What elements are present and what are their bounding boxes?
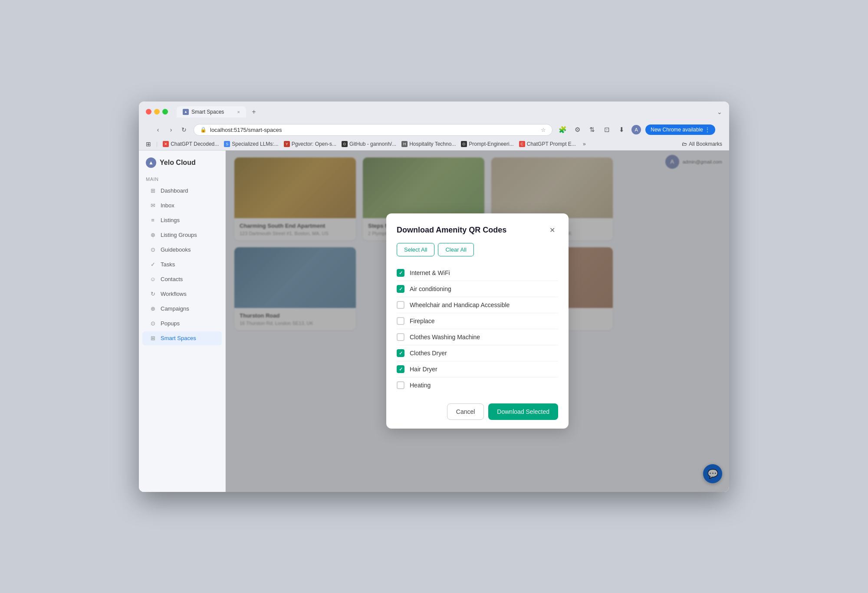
main-area: Charming South End Apartment 123 Dartmou… bbox=[226, 151, 729, 492]
amenity-item-internet[interactable]: Internet & WiFi bbox=[397, 265, 558, 281]
sidebar-item-popups[interactable]: ⊙ Popups bbox=[142, 317, 222, 331]
amenity-label-clothes-dryer: Clothes Dryer bbox=[410, 350, 447, 357]
profile-icon[interactable]: A bbox=[631, 124, 642, 135]
bookmark-favicon: C bbox=[519, 141, 525, 147]
grid-icon[interactable]: ⊞ bbox=[146, 141, 151, 147]
app-content: ▲ Yelo Cloud Main ⊞ Dashboard ✉ Inbox ≡ … bbox=[139, 151, 729, 492]
clear-all-button[interactable]: Clear All bbox=[438, 243, 473, 256]
amenity-item-clothes-dryer[interactable]: Clothes Dryer bbox=[397, 345, 558, 361]
minimize-window-button[interactable] bbox=[154, 109, 160, 115]
bookmark-chatgpt-decoded[interactable]: ✕ ChatGPT Decoded... bbox=[163, 141, 219, 147]
sidebar-item-dashboard[interactable]: ⊞ Dashboard bbox=[142, 184, 222, 198]
tab-close-button[interactable]: × bbox=[237, 109, 240, 115]
window-chevron: ⌄ bbox=[717, 108, 722, 115]
sidebar-item-inbox[interactable]: ✉ Inbox bbox=[142, 199, 222, 213]
amenity-checkbox-internet[interactable] bbox=[397, 269, 404, 277]
sidebar-item-guidebooks[interactable]: ⊙ Guidebooks bbox=[142, 243, 222, 257]
sidebar-item-campaigns[interactable]: ⊕ Campaigns bbox=[142, 302, 222, 316]
amenity-checkbox-clothes-washing[interactable] bbox=[397, 333, 404, 341]
amenity-checkbox-fireplace[interactable] bbox=[397, 317, 404, 325]
new-chrome-button[interactable]: New Chrome available ⋮ bbox=[645, 124, 715, 135]
new-chrome-label: New Chrome available bbox=[651, 127, 703, 133]
maximize-window-button[interactable] bbox=[162, 109, 168, 115]
bookmark-hospitality[interactable]: H Hospitality Techno... bbox=[401, 141, 456, 147]
amenity-item-heating[interactable]: Heating bbox=[397, 377, 558, 393]
amenity-checkbox-clothes-dryer[interactable] bbox=[397, 349, 404, 357]
cancel-button[interactable]: Cancel bbox=[447, 403, 484, 420]
url-bar-icons-right: ☆ bbox=[541, 127, 546, 133]
sidebar-item-workflows[interactable]: ↻ Workflows bbox=[142, 287, 222, 301]
url-text: localhost:5175/smart-spaces bbox=[210, 127, 282, 133]
bookmarks-folder-button[interactable]: 🗁 All Bookmarks bbox=[682, 141, 722, 147]
amenity-item-fireplace[interactable]: Fireplace bbox=[397, 313, 558, 329]
amenity-item-hair-dryer[interactable]: Hair Dryer bbox=[397, 361, 558, 377]
arrows-icon[interactable]: ⇅ bbox=[586, 124, 598, 135]
bookmark-star-icon[interactable]: ☆ bbox=[541, 127, 546, 133]
bookmark-specialized-llms[interactable]: S Specialized LLMs:... bbox=[224, 141, 278, 147]
bookmark-label: GitHub - gannonh/... bbox=[349, 141, 396, 147]
bookmark-label: Pgvector: Open-s... bbox=[292, 141, 336, 147]
tab-favicon: ▲ bbox=[183, 109, 189, 115]
browser-tab-smart-spaces[interactable]: ▲ Smart Spaces × bbox=[177, 106, 246, 118]
sidebar-item-smart-spaces[interactable]: ⊞ Smart Spaces bbox=[142, 331, 222, 345]
contacts-icon: ☺ bbox=[149, 276, 156, 283]
download-selected-button[interactable]: Download Selected bbox=[488, 403, 558, 420]
bookmark-favicon: ⊙ bbox=[342, 141, 348, 147]
bookmark-favicon: S bbox=[224, 141, 230, 147]
back-button[interactable]: ‹ bbox=[153, 124, 163, 135]
bookmark-prompt-eng[interactable]: ⊙ Prompt-Engineeri... bbox=[461, 141, 513, 147]
bookmarks-bar: ⊞ | ✕ ChatGPT Decoded... S Specialized L… bbox=[139, 139, 729, 151]
folder-icon: 🗁 bbox=[682, 141, 687, 147]
popups-icon: ⊙ bbox=[149, 320, 156, 327]
sidebar-item-label: Listing Groups bbox=[161, 232, 197, 238]
new-chrome-menu-icon: ⋮ bbox=[705, 127, 710, 133]
amenity-checkbox-hair-dryer[interactable] bbox=[397, 365, 404, 373]
modal-close-button[interactable]: ✕ bbox=[546, 224, 558, 236]
sidebar-item-listings[interactable]: ≡ Listings bbox=[142, 213, 222, 227]
tab-bar: ▲ Smart Spaces × + bbox=[177, 106, 713, 118]
sidebar-item-contacts[interactable]: ☺ Contacts bbox=[142, 272, 222, 286]
campaigns-icon: ⊕ bbox=[149, 305, 156, 312]
tasks-icon: ✓ bbox=[149, 261, 156, 268]
amenity-item-clothes-washing[interactable]: Clothes Washing Machine bbox=[397, 329, 558, 345]
extensions-icon[interactable]: 🧩 bbox=[557, 124, 568, 135]
logo-text: Yelo Cloud bbox=[160, 159, 196, 167]
bookmark-label: Prompt-Engineeri... bbox=[469, 141, 513, 147]
amenity-checkbox-air-conditioning[interactable] bbox=[397, 285, 404, 293]
settings-icon[interactable]: ⚙ bbox=[572, 124, 583, 135]
download-amenity-modal: Download Amenity QR Codes ✕ Select All C… bbox=[386, 213, 569, 429]
bookmarks-more-button[interactable]: » bbox=[583, 141, 586, 147]
bookmark-favicon: H bbox=[401, 141, 408, 147]
amenity-checkbox-wheelchair[interactable] bbox=[397, 301, 404, 309]
refresh-button[interactable]: ↻ bbox=[179, 124, 189, 135]
bookmark-github[interactable]: ⊙ GitHub - gannonh/... bbox=[342, 141, 396, 147]
sidebar-logo: ▲ Yelo Cloud bbox=[139, 157, 225, 175]
amenity-label-air-conditioning: Air conditioning bbox=[410, 285, 451, 292]
title-bar-top: ▲ Smart Spaces × + ⌄ bbox=[146, 106, 722, 118]
sidebar-item-label: Smart Spaces bbox=[161, 335, 196, 341]
sidebar-item-listing-groups[interactable]: ⊕ Listing Groups bbox=[142, 228, 222, 242]
amenity-item-air-conditioning[interactable]: Air conditioning bbox=[397, 281, 558, 297]
close-window-button[interactable] bbox=[146, 109, 151, 115]
amenity-item-wheelchair[interactable]: Wheelchair and Handicap Accessible bbox=[397, 297, 558, 313]
share-icon[interactable]: ⊡ bbox=[601, 124, 612, 135]
inbox-icon: ✉ bbox=[149, 202, 156, 209]
download-icon[interactable]: ⬇ bbox=[616, 124, 627, 135]
select-all-button[interactable]: Select All bbox=[397, 243, 434, 256]
forward-button[interactable]: › bbox=[166, 124, 176, 135]
modal-overlay: Download Amenity QR Codes ✕ Select All C… bbox=[226, 151, 729, 492]
bookmark-label: ChatGPT Prompt E... bbox=[527, 141, 576, 147]
bookmark-pgvector[interactable]: Y Pgvector: Open-s... bbox=[284, 141, 336, 147]
new-tab-button[interactable]: + bbox=[248, 106, 260, 118]
sidebar-item-tasks[interactable]: ✓ Tasks bbox=[142, 258, 222, 272]
bookmark-divider: | bbox=[156, 141, 158, 147]
sidebar-item-label: Listings bbox=[161, 217, 180, 223]
modal-footer: Cancel Download Selected bbox=[386, 396, 569, 429]
bookmarks-folder-label: All Bookmarks bbox=[689, 141, 722, 147]
amenity-label-clothes-washing: Clothes Washing Machine bbox=[410, 334, 480, 341]
url-bar[interactable]: 🔒 localhost:5175/smart-spaces ☆ bbox=[194, 124, 552, 136]
sidebar-item-label: Guidebooks bbox=[161, 246, 191, 253]
amenity-list: Internet & WiFi Air conditioning Wheelch… bbox=[386, 262, 569, 396]
amenity-checkbox-heating[interactable] bbox=[397, 381, 404, 389]
bookmark-chatgpt-prompt[interactable]: C ChatGPT Prompt E... bbox=[519, 141, 576, 147]
